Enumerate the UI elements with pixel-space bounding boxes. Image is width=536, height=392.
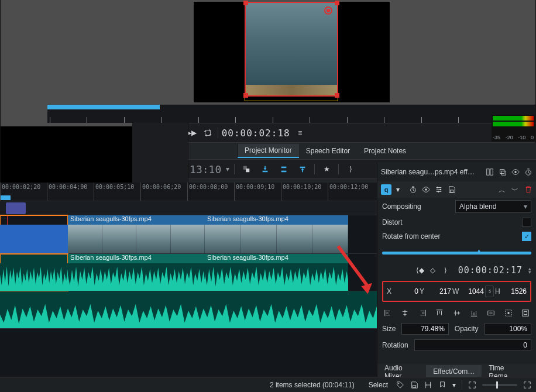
fit-width-icon[interactable] (485, 308, 497, 318)
project-monitor-panel: 1:1 ▾ ◀◀ ▶ ▾ ▶▶ 00:00:02:18 ≡ (47, 0, 536, 143)
status-bar: 2 items selected (00:04:11) Select ▾ (0, 377, 536, 392)
kf-prev-icon[interactable]: ⟨◆ (416, 266, 424, 274)
audio-track-2[interactable] (0, 291, 377, 329)
panel-visibility-icon[interactable] (511, 168, 520, 176)
project-crop-icon[interactable] (201, 126, 214, 139)
project-transform-box[interactable] (245, 2, 338, 97)
target-marker-icon (324, 6, 332, 15)
panel-copy-icon[interactable] (499, 168, 507, 176)
w-value[interactable]: 1044 (461, 287, 484, 295)
track-spacer (0, 201, 377, 215)
video-clip[interactable]: Siberian seagulls-30fps.mp4 (68, 215, 205, 253)
svg-rect-13 (501, 171, 506, 175)
project-menu-icon[interactable]: ≡ (294, 126, 307, 139)
transform-y[interactable]: Y 217 (420, 287, 451, 295)
status-snap-icon[interactable] (424, 381, 432, 389)
rotate-center-checkbox[interactable] (522, 232, 531, 241)
tool-extract-icon[interactable] (296, 162, 310, 176)
audio-clip[interactable]: Siberian seagulls-30fps.mp4 (205, 254, 348, 291)
rotation-label: Rotation (382, 341, 408, 349)
video-track-1[interactable]: Siberian seagulls-30fps.mp4 Siberian sea… (0, 215, 377, 254)
tool-compositing-icon[interactable] (239, 162, 253, 176)
collapse-down-icon[interactable]: ﹀ (511, 185, 520, 194)
w-label: W (452, 287, 459, 295)
size-field[interactable]: 79.48% (401, 323, 448, 335)
tab-project-monitor[interactable]: Project Monitor (238, 144, 299, 158)
align-hcenter-icon[interactable] (399, 308, 411, 318)
h-value[interactable]: 1526 (503, 287, 527, 295)
align-vcenter-icon[interactable] (451, 308, 463, 318)
video-clip[interactable] (0, 215, 68, 253)
compositing-select[interactable]: Alpha blend (455, 200, 531, 213)
chevron-down-icon[interactable]: ▾ (226, 165, 229, 173)
opacity-value: 100% (509, 325, 527, 333)
tool-overflow-icon[interactable]: ⟩ (343, 162, 358, 176)
y-value[interactable]: 217 (428, 287, 451, 295)
audio-clip[interactable] (0, 254, 68, 291)
delete-effect-icon[interactable] (524, 185, 532, 194)
kf-spinner[interactable]: ▴▾ (528, 267, 531, 274)
transform-handle[interactable] (243, 1, 248, 5)
keyframe-slider[interactable]: ▴ (377, 243, 536, 262)
align-left-icon[interactable] (382, 308, 394, 318)
status-save-icon[interactable] (410, 381, 418, 389)
keyframe-timecode[interactable]: 00:00:02:17 (458, 265, 523, 276)
status-zoom-slider[interactable] (482, 384, 517, 386)
chevron-down-icon[interactable]: ▾ (396, 185, 404, 194)
fit-source-icon[interactable] (503, 308, 514, 318)
tool-insert-icon[interactable] (258, 162, 272, 176)
transform-h[interactable]: H 1526 (495, 287, 527, 295)
project-timecode[interactable]: 00:00:02:18 (222, 128, 290, 139)
svg-point-27 (398, 383, 400, 384)
kf-add-icon[interactable]: ◇ (430, 266, 438, 274)
tool-overwrite-icon[interactable] (277, 162, 291, 176)
audio-track-1[interactable]: Siberian seagulls-30fps.mp4 Siberian sea… (0, 254, 377, 291)
align-bottom-icon[interactable] (468, 308, 480, 318)
subtitle-chip[interactable] (6, 202, 26, 214)
stopwatch-icon[interactable] (409, 185, 417, 194)
align-right-icon[interactable] (417, 308, 428, 318)
transform-x[interactable]: X 0 (387, 287, 418, 295)
kf-next-icon[interactable]: ⟩ (444, 266, 452, 274)
tab-project-notes[interactable]: Project Notes (357, 145, 413, 157)
status-marker-icon[interactable] (438, 381, 446, 389)
save-icon[interactable] (448, 185, 456, 194)
video-clip[interactable]: Siberian seagulls-30fps.mp4 (205, 215, 348, 253)
rotation-value: 0 (523, 341, 527, 349)
effect-chip[interactable]: q (381, 184, 391, 195)
rotation-field[interactable]: 0 (414, 339, 531, 351)
y-label: Y (420, 287, 427, 295)
transform-w[interactable]: W 1044 (452, 287, 484, 295)
transform-handle[interactable] (335, 93, 339, 98)
project-monitor-canvas[interactable] (194, 2, 390, 102)
audio-clip[interactable] (0, 291, 377, 328)
status-tag-icon[interactable] (396, 381, 404, 389)
project-monitor-ruler[interactable] (47, 104, 535, 123)
fit-frame-icon[interactable] (520, 308, 531, 318)
tab-speech-editor[interactable]: Speech Editor (299, 145, 357, 157)
transform-handle[interactable] (243, 93, 248, 98)
panel-timer-icon[interactable] (524, 168, 532, 176)
chevron-down-icon[interactable]: ▾ (452, 381, 456, 389)
panel-split-icon[interactable] (486, 168, 494, 176)
eye-icon[interactable] (422, 185, 430, 194)
sliders-icon[interactable] (435, 185, 443, 194)
status-fullscreen-icon[interactable] (468, 381, 476, 389)
clip-title: Siberian seagulls-30fps.mp4 (68, 215, 205, 225)
svg-rect-26 (524, 311, 527, 314)
align-top-icon[interactable] (434, 308, 445, 318)
distort-checkbox[interactable] (522, 218, 531, 227)
tool-favorite-icon[interactable]: ★ (319, 162, 334, 176)
clip-title: Siberian seagulls-30fps.mp4 (205, 215, 348, 225)
collapse-up-icon[interactable]: ︿ (499, 185, 507, 194)
timeline-ruler[interactable]: 00:00:02;20 00:00:04;00 00:00:05;10 00:0… (0, 183, 377, 201)
h-label: H (495, 287, 502, 295)
slider-marker-icon: ▴ (477, 247, 480, 253)
size-label: Size (382, 325, 396, 333)
audio-clip[interactable]: Siberian seagulls-30fps.mp4 (68, 254, 205, 291)
transform-handle[interactable] (335, 1, 339, 5)
status-fit-icon[interactable] (523, 381, 531, 389)
link-wh-icon[interactable] (485, 286, 494, 297)
opacity-field[interactable]: 100% (485, 323, 531, 335)
x-value[interactable]: 0 (395, 287, 418, 295)
